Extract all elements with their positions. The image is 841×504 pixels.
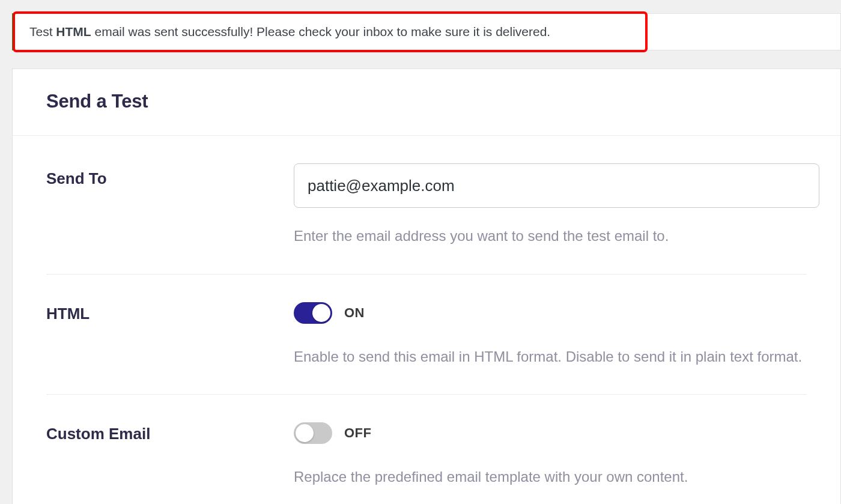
success-notice: Test HTML email was sent successfully! P… — [12, 13, 841, 50]
toggle-knob-icon — [296, 424, 314, 442]
notice-text-bold: HTML — [56, 25, 91, 38]
send-to-help: Enter the email address you want to send… — [294, 226, 819, 246]
html-help: Enable to send this email in HTML format… — [294, 347, 807, 367]
panel-title: Send a Test — [46, 91, 807, 112]
custom-email-help: Replace the predefined email template wi… — [294, 467, 807, 487]
notice-text-prefix: Test — [29, 25, 56, 38]
send-to-label: Send To — [46, 163, 294, 188]
html-toggle-state: ON — [344, 305, 365, 321]
toggle-knob-icon — [312, 304, 330, 322]
send-to-input[interactable]: pattie@example.com — [294, 163, 819, 208]
custom-email-toggle-state: OFF — [344, 425, 372, 441]
send-to-row: Send To pattie@example.com Enter the ema… — [46, 136, 807, 275]
send-test-panel: Send a Test Send To pattie@example.com E… — [12, 68, 841, 504]
custom-email-toggle[interactable] — [294, 422, 332, 444]
custom-email-label: Custom Email — [46, 422, 294, 443]
send-to-input-value: pattie@example.com — [308, 177, 455, 195]
html-label: HTML — [46, 302, 294, 323]
custom-email-row: Custom Email OFF Replace the predefined … — [46, 395, 807, 504]
notice-text-suffix: email was sent successfully! Please chec… — [91, 25, 551, 38]
panel-header: Send a Test — [13, 69, 840, 136]
html-row: HTML ON Enable to send this email in HTM… — [46, 275, 807, 395]
html-toggle[interactable] — [294, 302, 332, 324]
